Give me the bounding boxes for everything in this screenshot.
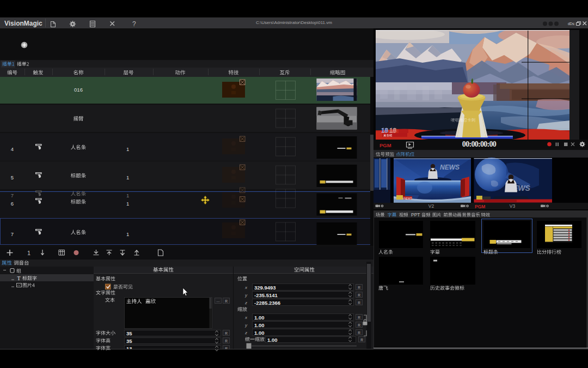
svg-text:z: z — [244, 300, 247, 305]
svg-text:PGM: PGM — [475, 204, 485, 209]
svg-text:V2: V2 — [428, 203, 434, 209]
svg-text:T: T — [17, 275, 21, 281]
svg-text:y: y — [244, 323, 248, 328]
svg-text:x: x — [244, 285, 248, 290]
svg-text:y: y — [244, 293, 248, 298]
svg-text:PPT: PPT — [411, 212, 420, 218]
svg-text:dDs:: dDs: — [568, 22, 575, 26]
svg-text:?: ? — [132, 20, 136, 28]
svg-text:z: z — [244, 330, 247, 335]
svg-text:x: x — [244, 315, 248, 320]
svg-text:1: 1 — [27, 250, 30, 256]
svg-text:PGM: PGM — [379, 142, 391, 148]
svg-text:V3: V3 — [510, 203, 516, 209]
